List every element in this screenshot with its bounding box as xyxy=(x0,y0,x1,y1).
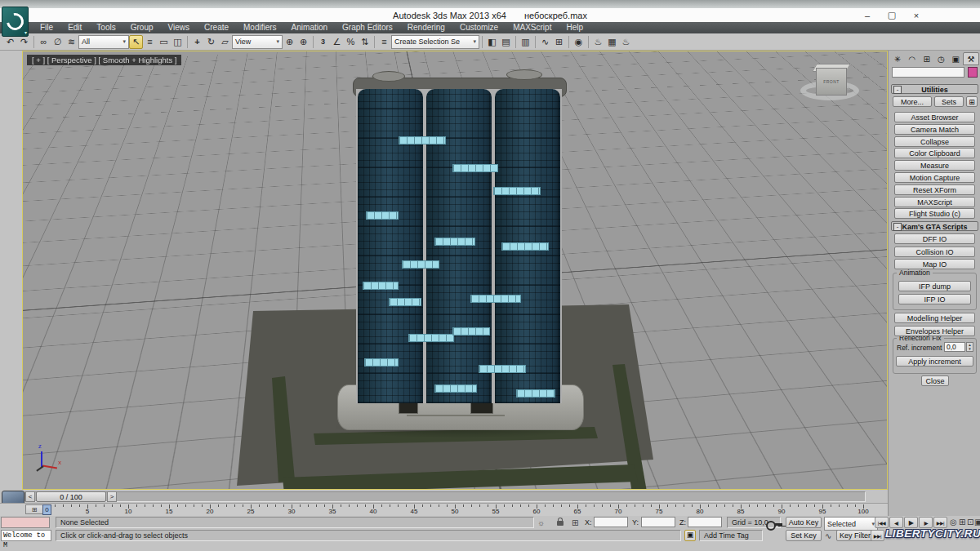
mirror-icon[interactable]: ◧ xyxy=(485,35,499,49)
modify-tab-icon[interactable]: ◠ xyxy=(905,52,920,65)
open-mini-curve-editor-icon[interactable]: ⊞ xyxy=(25,504,43,514)
y-coord-field[interactable] xyxy=(641,517,675,527)
z-coord-field[interactable] xyxy=(688,517,722,527)
motion-tab-icon[interactable]: ◷ xyxy=(933,52,948,65)
angle-snap-icon[interactable]: ∠ xyxy=(330,35,344,49)
rendered-frame-window-icon[interactable]: ▦ xyxy=(605,35,619,49)
menu-modifiers[interactable]: Modifiers xyxy=(236,22,284,33)
time-slider-track[interactable] xyxy=(24,491,866,502)
edit-named-sets-icon[interactable]: ≡ xyxy=(377,35,391,49)
utility-asset-browser[interactable]: Asset Browser xyxy=(894,112,975,122)
anim-ifp-io[interactable]: IFP IO xyxy=(898,294,971,304)
bind-to-space-warp-icon[interactable]: ≋ xyxy=(65,35,78,49)
kam-scripts-rollout-header[interactable]: - Kam's GTA Scripts xyxy=(891,221,978,231)
menu-maxscript[interactable]: MAXScript xyxy=(506,22,559,33)
anim-ifp-dump[interactable]: IFP dump xyxy=(898,281,971,291)
more-button[interactable]: More... xyxy=(893,96,932,107)
redo-icon[interactable]: ↷ xyxy=(17,35,31,49)
utilities-rollout-header[interactable]: - Utilities xyxy=(891,84,978,94)
kam-collision-io[interactable]: Collision IO xyxy=(894,247,975,257)
select-by-name-icon[interactable]: ≡ xyxy=(143,35,157,49)
viewcube-front-face[interactable]: FRONT xyxy=(816,68,847,96)
titlebar[interactable]: Autodesk 3ds Max 2013 x64 небоскреб.max xyxy=(0,8,980,22)
utility-motion-capture[interactable]: Motion Capture xyxy=(894,172,975,183)
previous-frame-icon[interactable]: ◀| xyxy=(889,517,903,528)
menu-file[interactable]: File xyxy=(33,22,60,33)
display-tab-icon[interactable]: ▣ xyxy=(948,52,963,65)
menu-create[interactable]: Create xyxy=(197,22,236,33)
zoom-extents-icon[interactable]: ⊡ xyxy=(967,518,973,527)
play-animation-icon[interactable]: ▶ xyxy=(904,517,918,528)
keyboard-override-icon[interactable] xyxy=(766,520,782,530)
set-key-button[interactable]: Set Key xyxy=(786,530,822,541)
menu-animation[interactable]: Animation xyxy=(284,22,335,33)
helper-envelopes-helper[interactable]: Envelopes Helper xyxy=(894,326,975,336)
selection-lock-icon[interactable] xyxy=(557,521,564,526)
go-to-start-icon[interactable]: |◀◀ xyxy=(875,517,889,528)
utility-reset-xform[interactable]: Reset XForm xyxy=(894,184,975,195)
object-color-swatch[interactable] xyxy=(968,67,978,78)
schematic-view-icon[interactable]: ⊞ xyxy=(552,35,566,49)
track-bar[interactable]: 0 05101520253035404550556065707580859095… xyxy=(0,503,888,517)
time-slider-handle[interactable]: 0 / 100 xyxy=(36,491,106,502)
previous-frame-arrow[interactable]: < xyxy=(25,491,35,502)
next-frame-arrow[interactable]: > xyxy=(107,491,117,502)
selection-filter-dropdown[interactable]: All ▾ xyxy=(78,35,129,49)
align-icon[interactable]: ▤ xyxy=(499,35,513,49)
hierarchy-tab-icon[interactable]: ⊞ xyxy=(920,52,934,65)
menu-edit[interactable]: Edit xyxy=(60,22,89,33)
max-application-menu-button[interactable]: ▾ xyxy=(2,7,29,37)
go-to-end-icon[interactable]: ▶▶| xyxy=(933,517,947,528)
perspective-viewport[interactable]: [ + ] [ Perspective ] [ Smooth + Highlig… xyxy=(22,51,888,490)
rectangular-selection-region-icon[interactable]: ▭ xyxy=(157,35,171,49)
menu-group[interactable]: Group xyxy=(123,22,161,33)
apply-increment-button[interactable]: Apply increment xyxy=(896,356,973,367)
add-time-tag[interactable]: Add Time Tag xyxy=(699,530,763,541)
utility-color-clipboard[interactable]: Color Clipboard xyxy=(894,148,975,158)
maxscript-mini-listener[interactable]: Welcome to M xyxy=(1,530,51,541)
helper-modelling-helper[interactable]: Modelling Helper xyxy=(894,313,975,323)
kam-map-io[interactable]: Map IO xyxy=(894,259,975,269)
object-name-field[interactable] xyxy=(892,67,964,78)
auto-key-button[interactable]: Auto Key xyxy=(786,517,822,528)
render-setup-icon[interactable]: ♨ xyxy=(591,35,605,49)
close-button[interactable]: × xyxy=(910,11,923,20)
key-mode-dropdown[interactable]: Selected ▾ xyxy=(824,517,878,531)
render-production-icon[interactable]: ♨ xyxy=(619,35,633,49)
create-tab-icon[interactable]: ✳ xyxy=(890,52,905,65)
skyscraper-model[interactable] xyxy=(356,89,562,403)
go-to-end-key-icon[interactable]: ▶▶| xyxy=(871,530,884,541)
use-pivot-point-icon[interactable]: ⊕ xyxy=(283,35,296,49)
unlink-selection-icon[interactable]: ∅ xyxy=(51,35,65,49)
menu-graph-editors[interactable]: Graph Editors xyxy=(335,22,400,33)
ref-increment-field[interactable]: 0,0 xyxy=(944,342,965,352)
utility-collapse[interactable]: Collapse xyxy=(894,136,975,147)
close-utility-button[interactable]: Close xyxy=(921,375,949,386)
utilities-tab-icon[interactable]: ⚒ xyxy=(963,52,979,65)
restore-button[interactable]: ▢ xyxy=(885,10,898,20)
zoom-icon[interactable]: ◎ xyxy=(950,518,957,527)
select-and-rotate-icon[interactable]: ↻ xyxy=(204,35,218,49)
x-coord-field[interactable] xyxy=(594,517,628,527)
snaps-toggle-icon[interactable]: 3 xyxy=(316,35,330,49)
named-selection-sets-dropdown[interactable]: Create Selection Se ▾ xyxy=(391,35,479,49)
viewcube[interactable]: FRONT xyxy=(799,66,864,104)
current-frame-marker[interactable]: 0 xyxy=(42,504,51,515)
utility-camera-match[interactable]: Camera Match xyxy=(894,124,975,135)
menu-rendering[interactable]: Rendering xyxy=(400,22,452,33)
selection-lock-toggle-icon[interactable]: ▣ xyxy=(684,530,696,541)
menu-help[interactable]: Help xyxy=(559,22,590,33)
curve-editor-icon[interactable]: ∿ xyxy=(538,35,552,49)
absolute-mode-icon[interactable]: ⊞ xyxy=(572,518,578,527)
select-and-link-icon[interactable]: ∞ xyxy=(37,35,51,49)
reference-coordinate-dropdown[interactable]: View ▾ xyxy=(232,35,283,49)
next-frame-icon[interactable]: |▶ xyxy=(919,517,933,528)
viewport-label[interactable]: [ + ] [ Perspective ] [ Smooth + Highlig… xyxy=(27,55,181,65)
configure-button-sets-icon[interactable]: ⊞ xyxy=(966,96,978,107)
select-and-move-icon[interactable]: + xyxy=(190,35,204,49)
percent-snap-icon[interactable]: % xyxy=(344,35,358,49)
menu-tools[interactable]: Tools xyxy=(89,22,122,33)
select-and-manipulate-icon[interactable]: ⊕ xyxy=(296,35,310,49)
spinner-down-icon[interactable]: ▾ xyxy=(969,347,971,351)
spinner-snap-icon[interactable]: ⇅ xyxy=(358,35,372,49)
